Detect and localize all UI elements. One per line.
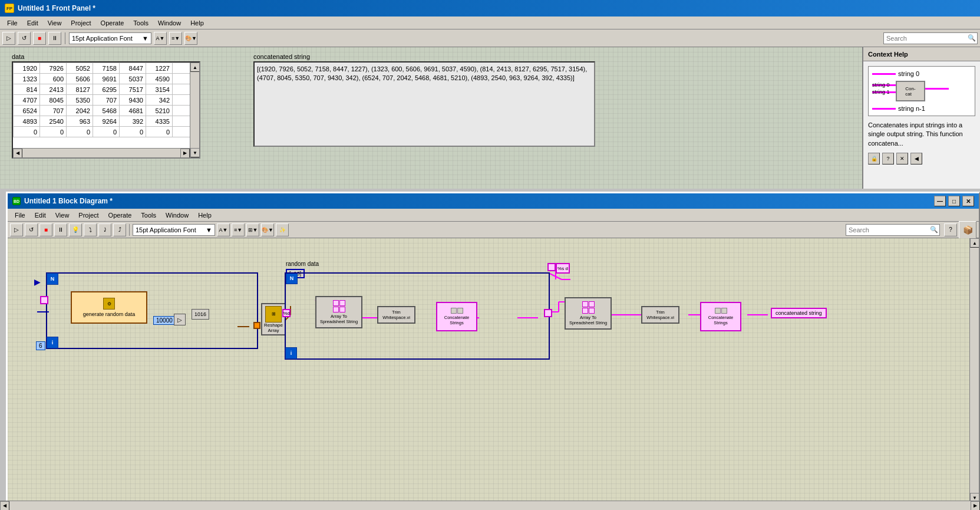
format-spec-outer: %s d (556, 263, 570, 274)
menu-window[interactable]: Window (153, 18, 186, 28)
reshape-array-node[interactable]: ⊞ Reshape Array (261, 303, 286, 335)
abort-btn[interactable]: ■ (33, 32, 46, 45)
bd-abort-btn[interactable]: ■ (39, 223, 52, 236)
text-align-btn[interactable]: ≡▼ (169, 32, 182, 45)
text-size-btn[interactable]: A▼ (154, 32, 167, 45)
table-cell: 6524 (14, 106, 40, 116)
table-cell: 7926 (40, 63, 67, 74)
array-to-spreadsheet-outer[interactable]: Array To Spreadsheet String (565, 297, 612, 330)
context-help-title: Context Help (863, 47, 980, 61)
bd-menu-window[interactable]: Window (161, 210, 193, 220)
bd-close-btn[interactable]: ✕ (962, 196, 974, 206)
ch-icon-question[interactable]: ? (882, 153, 894, 164)
main-scroll-left[interactable]: ◀ (0, 501, 9, 511)
array-to-spreadsheet-inner[interactable]: Array To Spreadsheet String (315, 296, 362, 328)
bd-step-over-btn[interactable]: ⤸ (98, 223, 111, 236)
table-cell: 4707 (14, 95, 40, 106)
bd-pause-btn[interactable]: ⏸ (54, 223, 67, 236)
bd-distribute-btn[interactable]: ⊞▼ (246, 223, 259, 236)
front-panel-title: Untitled 1 Front Panel * (18, 4, 95, 12)
table-cell: 0 (93, 127, 120, 137)
bd-menu-project[interactable]: Project (74, 210, 103, 220)
v-scrollbar[interactable]: ▲ ▼ (190, 62, 199, 157)
inner-i-terminal: i (285, 347, 297, 359)
random-data-label: random data (286, 261, 319, 267)
bd-extra-btn[interactable]: 📦 (959, 221, 976, 239)
scroll-right[interactable]: ▶ (180, 149, 190, 158)
bd-sep1 (129, 224, 130, 236)
menu-edit[interactable]: Edit (22, 18, 43, 28)
trim-whitespace-inner[interactable]: Trim Whitespace.vi (377, 306, 415, 324)
menu-tools[interactable]: Tools (128, 18, 153, 28)
bd-run-btn[interactable]: ▷ (10, 223, 23, 236)
bd-menu-view[interactable]: View (51, 210, 74, 220)
bd-step-out-btn[interactable]: ⤴ (113, 223, 126, 236)
concat-strings-outer[interactable]: Concatenate Strings (700, 302, 741, 331)
main-scroll-right[interactable]: ▶ (971, 501, 980, 511)
run-arrow-btn[interactable]: ▷ (2, 32, 15, 45)
bd-scroll-up[interactable]: ▲ (970, 238, 979, 248)
ch-row-0: string 0 (872, 70, 971, 77)
trim-whitespace-outer[interactable]: Trim Whitespace.vi (641, 306, 679, 324)
menu-operate[interactable]: Operate (96, 18, 129, 28)
table-cell: 0 (67, 127, 93, 137)
menu-help[interactable]: Help (186, 18, 209, 28)
bd-color-btn[interactable]: 🎨▼ (261, 223, 274, 236)
menu-view[interactable]: View (43, 18, 67, 28)
bd-titlebar: BD Untitled 1 Block Diagram * — □ ✕ (8, 193, 979, 209)
table-cell: 2540 (40, 116, 67, 127)
bd-v-scrollbar[interactable]: ▲ ▼ (969, 238, 979, 502)
font-dropdown[interactable]: 15pt Application Font ▼ (69, 32, 151, 44)
bd-menu-operate[interactable]: Operate (104, 210, 137, 220)
main-h-scrollbar[interactable]: ◀ ▶ (0, 501, 980, 510)
menu-project[interactable]: Project (66, 18, 95, 28)
scroll-up[interactable]: ▲ (190, 62, 200, 72)
concat-strings-inner[interactable]: Concatenate Strings (436, 302, 477, 331)
menu-file[interactable]: File (2, 18, 22, 28)
concat-string-output-label: concatenated string (776, 310, 822, 316)
inner-loop-output-tunnel (544, 309, 552, 317)
bd-menu-help[interactable]: Help (193, 210, 216, 220)
numeric-const-10000[interactable]: 10000 (153, 316, 176, 325)
scroll-down[interactable]: ▼ (190, 148, 200, 157)
bd-search-input[interactable] (849, 226, 930, 233)
search-input[interactable] (886, 35, 968, 42)
bd-font-dropdown[interactable]: 15pt Application Font ▼ (133, 224, 215, 236)
outer-top-tunnel (547, 263, 556, 271)
for-loop-i-terminal: i (47, 337, 58, 348)
ch-icon-expand[interactable]: ◀ (910, 153, 922, 164)
bd-minimize-btn[interactable]: — (934, 196, 946, 206)
bd-search-box[interactable]: 🔍 (846, 224, 940, 236)
for-loop-left-arrow: ▶ (34, 277, 41, 287)
bd-menu-tools[interactable]: Tools (136, 210, 161, 220)
ch-concat-block: Con-cat (896, 81, 925, 101)
reshape-label: Reshape Array (263, 323, 283, 333)
bd-text-size[interactable]: A▼ (217, 223, 230, 236)
generate-random-data-vi[interactable]: ⚙ generate random data (71, 291, 147, 324)
bd-run-cont-btn[interactable]: ↺ (25, 223, 38, 236)
context-help-panel: Context Help string 0 Con-cat string 0 s… (862, 47, 980, 189)
bd-step-into-btn[interactable]: ⤵ (84, 223, 97, 236)
run-continuously-btn[interactable]: ↺ (18, 32, 31, 45)
bd-highlight-btn[interactable]: 💡 (69, 223, 82, 236)
h-scrollbar[interactable]: ◀ ▶ (13, 148, 190, 157)
ch-icon-close[interactable]: ✕ (896, 153, 908, 164)
bd-cleanup-btn[interactable]: ✨ (276, 223, 289, 236)
bd-maximize-btn[interactable]: □ (948, 196, 960, 206)
table-cell: 2042 (67, 106, 93, 116)
bd-help-btn[interactable]: ? (944, 223, 957, 236)
fp-icon: FP (5, 4, 14, 13)
front-panel-titlebar: FP Untitled 1 Front Panel * (0, 0, 980, 17)
bd-menubar: File Edit View Project Operate Tools Win… (8, 209, 979, 222)
ch-icon-lock[interactable]: 🔒 (868, 153, 880, 164)
bd-menu-file[interactable]: File (10, 210, 30, 220)
search-box[interactable]: 🔍 (883, 32, 978, 44)
data-table-wrapper: 1920792650527158844712270132360056069691… (12, 61, 200, 159)
bd-align-btn[interactable]: ≡▼ (232, 223, 245, 236)
table-cell: 963 (67, 116, 93, 127)
color-btn[interactable]: 🎨▼ (184, 32, 197, 45)
bd-menu-edit[interactable]: Edit (30, 210, 51, 220)
pause-btn[interactable]: ⏸ (48, 32, 61, 45)
scroll-left[interactable]: ◀ (13, 149, 22, 158)
table-cell: 707 (93, 95, 120, 106)
